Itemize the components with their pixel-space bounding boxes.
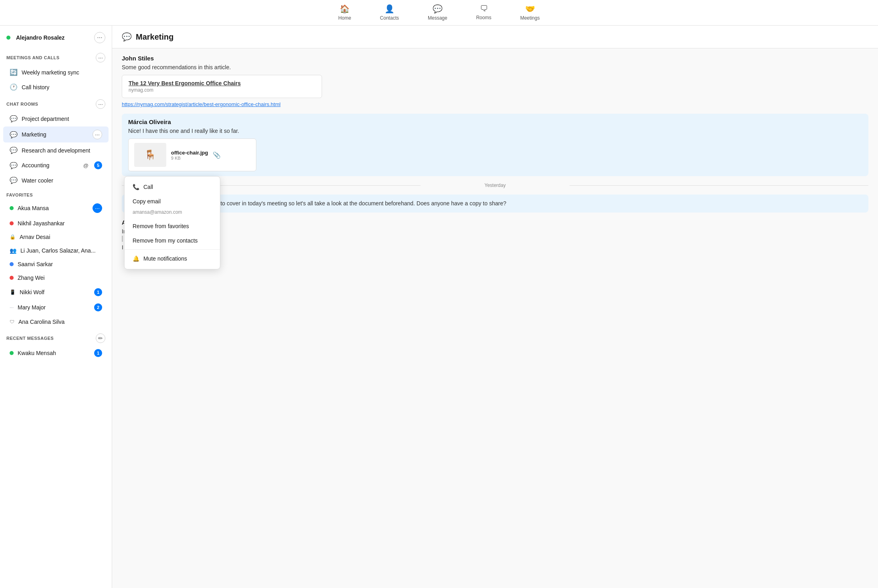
home-icon: 🏠 bbox=[340, 4, 350, 14]
attachment-size: 9 KB bbox=[171, 156, 208, 161]
user-display-name: Alejandro Rosalez bbox=[16, 34, 64, 41]
sidebar-item-saanvi[interactable]: Saanvi Sarkar bbox=[3, 258, 109, 271]
sidebar-item-water-cooler[interactable]: 💬 Water cooler bbox=[3, 173, 109, 187]
sidebar-item-kwaku[interactable]: Kwaku Mensah 1 bbox=[3, 346, 109, 360]
attachment-paperclip-icon: 📎 bbox=[213, 151, 221, 159]
nav-meetings-label: Meetings bbox=[520, 15, 540, 21]
call-history-label: Call history bbox=[22, 84, 102, 90]
contacts-icon: 👤 bbox=[385, 4, 395, 14]
recent-messages-compose-button[interactable]: ✏ bbox=[96, 333, 105, 343]
accounting-badge: 5 bbox=[94, 161, 102, 169]
chat-icon-rd: 💬 bbox=[10, 146, 18, 154]
sidebar-item-arnav[interactable]: 🔒 Arnav Desai bbox=[3, 231, 109, 243]
sidebar: Alejandro Rosalez ··· MEETINGS AND CALLS… bbox=[0, 26, 112, 588]
ana-label: Ana Carolina Silva bbox=[18, 319, 102, 325]
sidebar-item-ana[interactable]: 🛡 Ana Carolina Silva bbox=[3, 315, 109, 328]
chat-icon-accounting: 💬 bbox=[10, 162, 18, 169]
meetings-section-title: MEETINGS AND CALLS bbox=[6, 55, 60, 60]
nav-contacts[interactable]: 👤 Contacts bbox=[375, 1, 404, 25]
arnav-label: Arnav Desai bbox=[20, 234, 102, 240]
nav-meetings[interactable]: 🤝 Meetings bbox=[516, 1, 545, 25]
link-preview: The 12 Very Best Ergonomic Office Chairs… bbox=[122, 75, 322, 98]
sidebar-item-mary[interactable]: ··· Mary Major 2 bbox=[3, 300, 109, 315]
user-more-button[interactable]: ··· bbox=[94, 32, 105, 43]
messages-area: John Stiles Some good recommendations in… bbox=[112, 48, 878, 588]
nav-home[interactable]: 🏠 Home bbox=[334, 1, 356, 25]
context-menu-divider bbox=[125, 249, 220, 250]
chat-icon-water: 💬 bbox=[10, 177, 18, 184]
sidebar-item-marketing[interactable]: 💬 Marketing ··· bbox=[3, 126, 109, 142]
message-john-stiles: John Stiles Some good recommendations in… bbox=[122, 55, 868, 107]
sidebar-item-weekly-sync[interactable]: 🔄 Weekly marketing sync bbox=[3, 65, 109, 79]
message-marcia: Márcia Oliveira Nice! I have this one an… bbox=[122, 114, 868, 176]
nav-rooms[interactable]: 🗨 Rooms bbox=[471, 1, 496, 25]
recent-messages-section-title: RECENT MESSAGES bbox=[6, 336, 54, 341]
context-copy-email-label: Copy email bbox=[133, 198, 161, 205]
akua-more-button[interactable]: ··· bbox=[93, 203, 102, 213]
context-menu-copy-email[interactable]: Copy email bbox=[125, 194, 220, 209]
sidebar-item-call-history[interactable]: 🕐 Call history bbox=[3, 80, 109, 94]
context-menu-call[interactable]: 📞 Call bbox=[125, 180, 220, 194]
top-navigation: 🏠 Home 👤 Contacts 💬 Message 🗨 Rooms 🤝 Me… bbox=[0, 0, 878, 26]
link-domain: nymag.com bbox=[129, 87, 315, 93]
user-info: Alejandro Rosalez bbox=[6, 34, 64, 41]
kwaku-label: Kwaku Mensah bbox=[18, 350, 90, 356]
zhang-status-dot bbox=[10, 276, 14, 280]
call-icon: 📞 bbox=[133, 184, 139, 190]
nav-items: 🏠 Home 👤 Contacts 💬 Message 🗨 Rooms 🤝 Me… bbox=[334, 1, 545, 25]
chat-icon-marketing: 💬 bbox=[10, 131, 18, 138]
recent-messages-section-header: RECENT MESSAGES ✏ bbox=[0, 329, 112, 345]
sidebar-item-group[interactable]: 👥 Li Juan, Carlos Salazar, Ana... bbox=[3, 244, 109, 257]
ana-status-icon: 🛡 bbox=[10, 319, 14, 325]
weekly-sync-label: Weekly marketing sync bbox=[22, 69, 102, 76]
chat-rooms-section-more-button[interactable]: ··· bbox=[96, 99, 105, 109]
attachment-office-chair[interactable]: 🪑 office-chair.jpg 9 KB 📎 bbox=[128, 138, 256, 171]
group-label: Li Juan, Carlos Salazar, Ana... bbox=[20, 247, 102, 254]
nikki-label: Nikki Wolf bbox=[20, 289, 90, 295]
marketing-more-button[interactable]: ··· bbox=[93, 130, 102, 139]
context-menu-mute[interactable]: 🔔 Mute notifications bbox=[125, 251, 220, 266]
saanvi-label: Saanvi Sarkar bbox=[18, 261, 102, 267]
nikki-status-icon: 📱 bbox=[10, 289, 16, 295]
attachment-thumbnail: 🪑 bbox=[134, 143, 166, 167]
link-title: The 12 Very Best Ergonomic Office Chairs bbox=[129, 80, 315, 86]
sidebar-item-r-and-d[interactable]: 💬 Research and development bbox=[3, 143, 109, 157]
message-arnav: Arnav Desai In reply to message: Does an… bbox=[122, 219, 868, 252]
meetings-section-header: MEETINGS AND CALLS ··· bbox=[0, 48, 112, 65]
channel-header: 💬 Marketing bbox=[112, 26, 878, 48]
clock-icon: 🕐 bbox=[10, 83, 18, 91]
sidebar-item-project-dept[interactable]: 💬 Project department bbox=[3, 112, 109, 126]
context-remove-fav-label: Remove from favorites bbox=[133, 223, 189, 229]
message-icon: 💬 bbox=[433, 4, 443, 14]
context-menu-remove-favorites[interactable]: Remove from favorites bbox=[125, 219, 220, 233]
arnav-lock-icon: 🔒 bbox=[10, 234, 16, 240]
saanvi-status-dot bbox=[10, 262, 14, 266]
accounting-label: Accounting bbox=[22, 162, 79, 169]
meetings-section-more-button[interactable]: ··· bbox=[96, 53, 105, 62]
sidebar-item-akua[interactable]: Akua Mansa ··· bbox=[3, 200, 109, 216]
mary-label: Mary Major bbox=[18, 304, 90, 311]
sidebar-user-header: Alejandro Rosalez ··· bbox=[0, 26, 112, 48]
sidebar-item-nikhil[interactable]: Nikhil Jayashankar bbox=[3, 217, 109, 230]
context-mute-label: Mute notifications bbox=[143, 255, 187, 262]
nav-rooms-label: Rooms bbox=[476, 15, 491, 20]
marketing-label: Marketing bbox=[22, 131, 89, 138]
favorites-section-title: FAVORITES bbox=[6, 193, 33, 197]
sidebar-item-accounting[interactable]: 💬 Accounting @ 5 bbox=[3, 158, 109, 173]
attachment-name: office-chair.jpg bbox=[171, 150, 208, 156]
reply-quote: Does anyone have a copy to share? bbox=[122, 236, 868, 242]
nav-contacts-label: Contacts bbox=[380, 15, 399, 21]
project-dept-label: Project department bbox=[22, 116, 102, 122]
context-email-value: amansa@amazon.com bbox=[125, 209, 220, 219]
nav-message[interactable]: 💬 Message bbox=[423, 1, 452, 25]
sidebar-item-zhang[interactable]: Zhang Wei bbox=[3, 271, 109, 284]
sync-icon: 🔄 bbox=[10, 68, 18, 76]
sidebar-item-nikki[interactable]: 📱 Nikki Wolf 1 bbox=[3, 285, 109, 299]
link-url[interactable]: https://nymag.com/strategist/article/bes… bbox=[122, 101, 868, 107]
nikhil-label: Nikhil Jayashankar bbox=[18, 220, 102, 227]
context-menu-remove-contacts[interactable]: Remove from my contacts bbox=[125, 233, 220, 248]
group-icon: 👥 bbox=[10, 247, 16, 254]
channel-icon: 💬 bbox=[122, 32, 132, 42]
akua-label: Akua Mansa bbox=[18, 205, 89, 211]
main-layout: Alejandro Rosalez ··· MEETINGS AND CALLS… bbox=[0, 26, 878, 588]
